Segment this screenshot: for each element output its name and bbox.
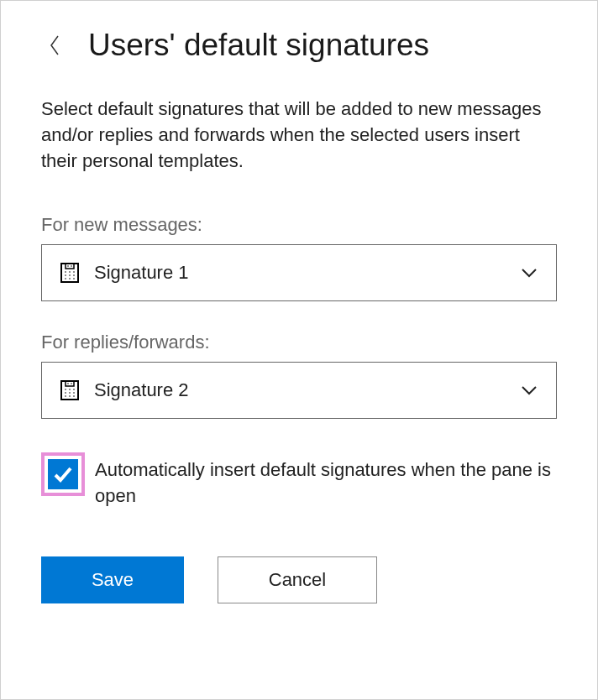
svg-point-7 — [65, 275, 66, 277]
replies-forwards-selected: Signature 2 — [94, 379, 519, 401]
svg-point-17 — [65, 389, 66, 391]
replies-forwards-label: For replies/forwards: — [41, 332, 557, 353]
svg-point-11 — [69, 279, 71, 280]
svg-point-22 — [73, 393, 75, 394]
svg-point-4 — [65, 272, 66, 274]
svg-point-15 — [67, 384, 69, 385]
new-messages-field: For new messages: — [41, 214, 557, 301]
svg-point-8 — [69, 275, 71, 277]
description-text: Select default signatures that will be a… — [41, 97, 557, 174]
save-button[interactable]: Save — [41, 556, 184, 603]
auto-insert-label: Automatically insert default signatures … — [95, 452, 557, 509]
page-title: Users' default signatures — [88, 28, 429, 63]
checkmark-icon — [52, 463, 74, 485]
button-row: Save Cancel — [41, 556, 557, 603]
svg-point-5 — [69, 272, 71, 274]
svg-point-9 — [73, 275, 75, 277]
svg-point-12 — [73, 279, 75, 280]
svg-point-19 — [73, 389, 75, 391]
new-messages-label: For new messages: — [41, 214, 557, 236]
new-messages-selected: Signature 1 — [94, 262, 519, 284]
chevron-down-icon — [519, 380, 539, 400]
header: Users' default signatures — [41, 28, 557, 63]
svg-point-6 — [73, 272, 75, 274]
svg-point-24 — [69, 396, 71, 398]
svg-point-16 — [71, 384, 72, 385]
replies-forwards-dropdown[interactable]: Signature 2 — [41, 362, 557, 419]
settings-panel: Users' default signatures Select default… — [0, 0, 598, 700]
new-messages-dropdown[interactable]: Signature 1 — [41, 244, 557, 301]
svg-point-18 — [69, 389, 71, 391]
svg-point-2 — [67, 266, 69, 268]
svg-point-3 — [71, 266, 72, 268]
back-button[interactable] — [41, 32, 68, 59]
auto-insert-row: Automatically insert default signatures … — [41, 452, 557, 509]
chevron-down-icon — [519, 263, 539, 283]
replies-forwards-field: For replies/forwards: — [41, 332, 557, 419]
chevron-left-icon — [48, 34, 61, 57]
auto-insert-checkbox[interactable] — [48, 459, 78, 489]
cancel-button[interactable]: Cancel — [218, 556, 377, 603]
signature-icon — [59, 379, 81, 401]
svg-point-23 — [65, 396, 66, 398]
svg-point-20 — [65, 393, 66, 394]
svg-point-10 — [65, 279, 66, 280]
checkbox-highlight — [41, 452, 85, 496]
signature-icon — [59, 262, 81, 284]
svg-point-25 — [73, 396, 75, 398]
svg-point-21 — [69, 393, 71, 394]
